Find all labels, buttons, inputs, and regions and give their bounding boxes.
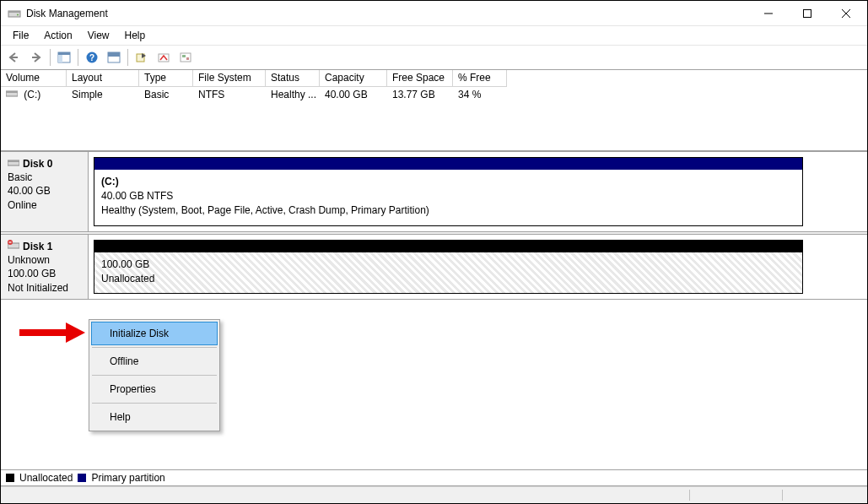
svg-rect-11: [58, 55, 62, 62]
legend-unallocated: Unallocated: [19, 472, 73, 484]
svg-rect-7: [10, 57, 18, 58]
svg-rect-24: [8, 160, 19, 162]
svg-rect-1: [8, 11, 20, 13]
app-icon: [8, 7, 21, 20]
volume-list-header: Volume Layout Type File System Status Ca…: [1, 70, 867, 87]
window-title: Disk Management: [26, 8, 108, 19]
col-layout[interactable]: Layout: [67, 70, 139, 87]
help-icon[interactable]: ?: [82, 47, 102, 68]
svg-rect-22: [6, 91, 18, 93]
disk-row-0: Disk 0 Basic 40.00 GB Online (C:) 40.00 …: [1, 151, 867, 232]
menu-view[interactable]: View: [81, 28, 116, 43]
window-controls: [749, 1, 865, 26]
menu-help[interactable]: Help: [91, 405, 218, 429]
disk1-partition[interactable]: 100.00 GB Unallocated: [94, 240, 803, 294]
settings-icon[interactable]: [175, 47, 196, 68]
volume-row[interactable]: (C:) Simple Basic NTFS Healthy ... 40.00…: [1, 87, 867, 102]
disk-row-1: Disk 1 Unknown 100.00 GB Not Initialized…: [1, 234, 867, 300]
col-freespace[interactable]: Free Space: [387, 70, 453, 87]
stripe-primary: [94, 158, 802, 170]
part0-line2: Healthy (System, Boot, Page File, Active…: [101, 203, 795, 218]
volume-layout: Simple: [67, 88, 139, 101]
menubar: File Action View Help: [1, 26, 867, 45]
menu-action[interactable]: Action: [37, 28, 78, 43]
disk0-name: Disk 0: [23, 157, 52, 171]
menu-separator: [92, 375, 217, 376]
maximize-button[interactable]: [788, 1, 827, 26]
part0-title: (C:): [101, 175, 795, 189]
refresh-icon[interactable]: [132, 47, 152, 68]
col-volume[interactable]: Volume: [1, 70, 67, 87]
svg-rect-15: [108, 52, 120, 57]
part1-line1: 100.00 GB: [101, 257, 795, 272]
menu-offline[interactable]: Offline: [91, 350, 218, 373]
close-button[interactable]: [827, 1, 865, 26]
menu-separator: [92, 403, 217, 404]
menu-file[interactable]: File: [6, 28, 35, 43]
disk-error-icon: [8, 240, 19, 253]
view-top-icon[interactable]: [104, 47, 124, 68]
legend: Unallocated Primary partition: [1, 469, 867, 486]
legend-swatch-primary: [78, 474, 86, 482]
part1-line2: Unallocated: [101, 272, 795, 286]
legend-swatch-unallocated: [6, 474, 14, 482]
volume-list: Volume Layout Type File System Status Ca…: [1, 70, 867, 151]
menu-separator: [92, 347, 217, 348]
disk1-state: Not Initialized: [8, 281, 81, 295]
minimize-button[interactable]: [749, 1, 788, 26]
volume-status: Healthy ...: [266, 88, 320, 101]
svg-text:?: ?: [89, 53, 94, 62]
volume-fs: NTFS: [193, 88, 266, 101]
context-menu: Initialize Disk Offline Properties Help: [89, 319, 220, 431]
col-filesystem[interactable]: File System: [193, 70, 266, 87]
svg-rect-27: [9, 241, 12, 242]
disk0-kind: Basic: [8, 171, 81, 184]
svg-rect-19: [182, 55, 186, 57]
annotation-arrow-icon: [19, 321, 87, 344]
titlebar: Disk Management: [1, 1, 867, 26]
part0-line1: 40.00 GB NTFS: [101, 189, 795, 203]
menu-help[interactable]: Help: [118, 28, 153, 43]
disk1-kind: Unknown: [8, 253, 81, 267]
col-status[interactable]: Status: [266, 70, 320, 87]
svg-point-2: [17, 14, 19, 15]
disk-icon: [8, 157, 19, 171]
disk0-partition[interactable]: (C:) 40.00 GB NTFS Healthy (System, Boot…: [94, 157, 803, 226]
statusbar: [1, 486, 867, 503]
disk-graphical-view: Disk 0 Basic 40.00 GB Online (C:) 40.00 …: [1, 151, 867, 300]
disk0-label[interactable]: Disk 0 Basic 40.00 GB Online: [1, 152, 89, 231]
svg-rect-28: [19, 329, 66, 336]
disk0-state: Online: [8, 198, 81, 212]
rescan-icon[interactable]: [154, 47, 174, 68]
back-button[interactable]: [4, 47, 24, 68]
svg-rect-8: [32, 57, 40, 58]
col-capacity[interactable]: Capacity: [320, 70, 387, 87]
volume-pct: 34 %: [453, 88, 507, 101]
disk1-size: 100.00 GB: [8, 267, 81, 280]
disk1-label[interactable]: Disk 1 Unknown 100.00 GB Not Initialized: [1, 235, 89, 299]
disk0-size: 40.00 GB: [8, 184, 81, 198]
toolbar: ?: [1, 45, 867, 70]
forward-button[interactable]: [26, 47, 46, 68]
legend-primary: Primary partition: [91, 472, 164, 484]
svg-rect-10: [58, 52, 70, 55]
show-hide-console-tree-icon[interactable]: [54, 47, 74, 68]
disk1-name: Disk 1: [23, 240, 52, 253]
volume-capacity: 40.00 GB: [320, 88, 387, 101]
col-pctfree[interactable]: % Free: [453, 70, 507, 87]
stripe-unallocated: [94, 241, 802, 252]
volume-free: 13.77 GB: [387, 88, 453, 101]
volume-name: (C:): [24, 89, 40, 100]
svg-rect-20: [186, 57, 189, 60]
menu-initialize-disk[interactable]: Initialize Disk: [91, 322, 218, 345]
col-type[interactable]: Type: [139, 70, 193, 87]
volume-type: Basic: [139, 88, 193, 101]
menu-properties[interactable]: Properties: [91, 377, 218, 401]
drive-icon: [6, 89, 18, 100]
svg-rect-4: [804, 9, 811, 17]
svg-marker-29: [66, 322, 85, 343]
